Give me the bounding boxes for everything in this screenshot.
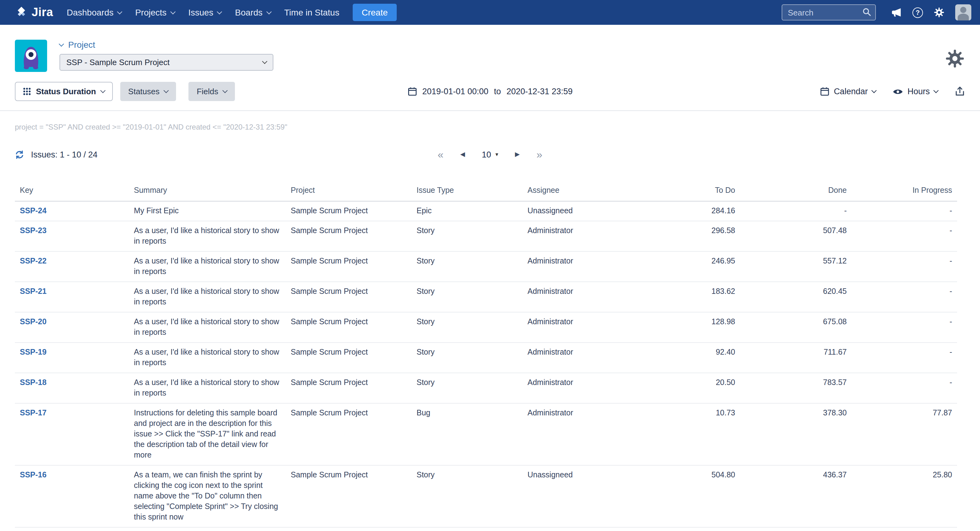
page-size-select[interactable]: 10 ▾ [482, 150, 498, 159]
report-type-label: Status Duration [36, 87, 96, 96]
cell-to-do: 246.95 [641, 251, 740, 282]
cell-summary: As a user, I'd like a historical story t… [129, 221, 286, 251]
cell-in-progress: 77.87 [852, 403, 957, 465]
cell-in-progress: - [852, 343, 957, 373]
table-row: SSP-21 As a user, I'd like a historical … [15, 282, 957, 312]
cell-assignee: Administrator [523, 343, 641, 373]
cell-summary: My First Epic [129, 201, 286, 221]
issue-key-link[interactable]: SSP-18 [20, 378, 46, 387]
refresh-button[interactable] [15, 150, 24, 159]
chevron-down-icon [871, 88, 877, 93]
project-select[interactable]: SSP - Sample Scrum Project [59, 54, 274, 71]
issue-key-link[interactable]: SSP-22 [20, 257, 46, 266]
date-separator: to [494, 87, 501, 96]
cell-key: SSP-18 [15, 373, 129, 403]
issues-table: Key Summary Project Issue Type Assignee … [15, 180, 957, 528]
cell-issue-type: Story [412, 251, 523, 282]
help-icon[interactable]: ? [912, 7, 923, 17]
cell-assignee: Administrator [523, 282, 641, 312]
cell-done: 436.37 [740, 465, 852, 527]
next-page-button[interactable]: ▶ [515, 151, 520, 157]
report-type-button[interactable]: Status Duration [15, 82, 113, 101]
project-select-value: SSP - Sample Scrum Project [66, 58, 170, 67]
column-header-assignee: Assignee [523, 180, 641, 201]
project-section-label: Project [68, 40, 95, 49]
nav-item-dashboards[interactable]: Dashboards [67, 8, 121, 17]
grid-icon [23, 87, 31, 95]
calendar-icon [820, 87, 829, 96]
statuses-button[interactable]: Statuses [120, 82, 177, 101]
issue-key-link[interactable]: SSP-16 [20, 471, 46, 479]
results-bar: Issues: 1 - 10 / 24 « ◀ 10 ▾ ▶ » [15, 145, 965, 164]
cell-to-do: 284.16 [641, 201, 740, 221]
search-icon[interactable] [862, 8, 872, 17]
cell-in-progress: 25.80 [852, 465, 957, 527]
create-button[interactable]: Create [353, 4, 396, 21]
search-input[interactable] [782, 4, 876, 21]
cell-issue-type: Story [412, 221, 523, 251]
project-selector-group: Project SSP - Sample Scrum Project [59, 40, 274, 71]
cell-to-do: 128.98 [641, 312, 740, 343]
nav-item-issues[interactable]: Issues [188, 8, 221, 17]
cell-issue-type: Story [412, 312, 523, 343]
nav-item-projects[interactable]: Projects [135, 8, 175, 17]
calendar-dropdown[interactable]: Calendar [820, 87, 876, 96]
export-icon [955, 86, 965, 97]
fields-button[interactable]: Fields [189, 82, 235, 101]
cell-key: SSP-19 [15, 343, 129, 373]
fields-label: Fields [197, 87, 218, 96]
table-row: SSP-17 Instructions for deleting this sa… [15, 403, 957, 465]
date-range-picker[interactable]: 2019-01-01 00:00 to 2020-12-31 23:59 [407, 87, 573, 96]
table-row: SSP-18 As a user, I'd like a historical … [15, 373, 957, 403]
chevron-down-icon [934, 88, 939, 93]
report-settings-gear-icon[interactable] [945, 48, 965, 69]
cell-project: Sample Scrum Project [286, 221, 412, 251]
statuses-label: Statuses [128, 87, 160, 96]
nav-item-label: Issues [188, 8, 213, 17]
cell-summary: As a team, we can finish the sprint by c… [129, 465, 286, 527]
issue-key-link[interactable]: SSP-19 [20, 348, 46, 356]
project-section-toggle[interactable]: Project [59, 40, 274, 49]
project-avatar[interactable] [15, 40, 47, 72]
first-page-button[interactable]: « [438, 149, 444, 160]
hours-dropdown[interactable]: Hours [892, 87, 938, 96]
previous-page-button[interactable]: ◀ [460, 151, 465, 157]
column-header-summary: Summary [129, 180, 286, 201]
cell-assignee: Administrator [523, 312, 641, 343]
issues-count-label: Issues: 1 - 10 / 24 [31, 150, 98, 159]
issue-key-link[interactable]: SSP-21 [20, 287, 46, 296]
cell-to-do: 504.80 [641, 465, 740, 527]
nav-item-label: Dashboards [67, 8, 113, 17]
chevron-down-icon [100, 88, 105, 93]
issue-key-link[interactable]: SSP-23 [20, 226, 46, 235]
chevron-down-icon [170, 9, 175, 14]
issue-key-link[interactable]: SSP-17 [20, 409, 46, 417]
cell-to-do: 20.50 [641, 373, 740, 403]
last-page-button[interactable]: » [536, 149, 542, 160]
cell-project: Sample Scrum Project [286, 373, 412, 403]
cell-done: - [740, 201, 852, 221]
announcements-icon[interactable] [891, 8, 902, 17]
cell-done: 675.08 [740, 312, 852, 343]
issue-key-link[interactable]: SSP-24 [20, 207, 46, 215]
cell-summary: As a user, I'd like a historical story t… [129, 282, 286, 312]
export-button[interactable] [955, 86, 965, 97]
jira-logo[interactable]: Jira [15, 6, 53, 19]
user-avatar[interactable] [955, 4, 971, 21]
date-from-value: 2019-01-01 00:00 [422, 87, 488, 96]
gear-icon[interactable] [934, 7, 945, 18]
date-to-value: 2020-12-31 23:59 [506, 87, 573, 96]
nav-item-time-in-status[interactable]: Time in Status [284, 8, 339, 17]
cell-to-do: 92.40 [641, 343, 740, 373]
cell-assignee: Administrator [523, 373, 641, 403]
cell-to-do: 10.73 [641, 403, 740, 465]
cell-in-progress: - [852, 312, 957, 343]
eye-icon [892, 88, 903, 95]
issue-key-link[interactable]: SSP-20 [20, 318, 46, 326]
refresh-icon [15, 150, 24, 159]
nav-item-boards[interactable]: Boards [235, 8, 270, 17]
table-row: SSP-20 As a user, I'd like a historical … [15, 312, 957, 343]
cell-key: SSP-20 [15, 312, 129, 343]
calendar-dropdown-label: Calendar [834, 87, 868, 96]
cell-done: 783.57 [740, 373, 852, 403]
